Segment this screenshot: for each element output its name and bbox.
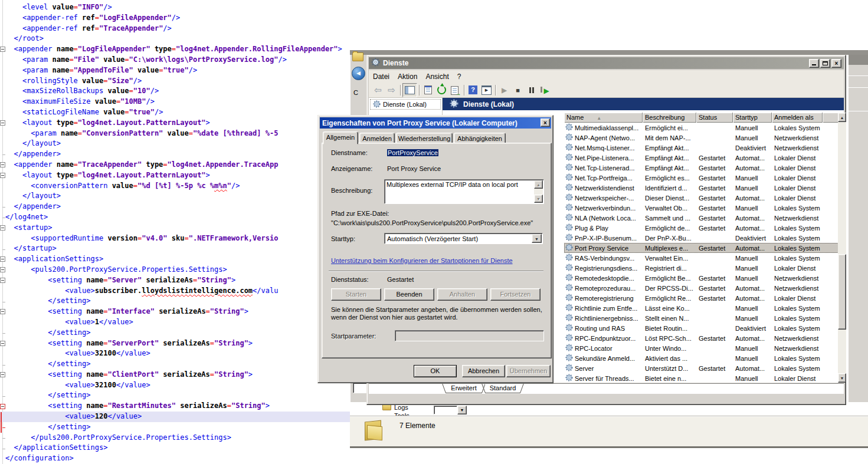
apply-button[interactable]: Übernehmen	[506, 365, 551, 377]
service-row[interactable]: Netzwerkverbindun...Verwaltet Ob...Gesta…	[564, 203, 838, 213]
menu-aktion[interactable]: Aktion	[394, 71, 421, 82]
menu-datei[interactable]: Datei	[369, 71, 394, 82]
textarea-scrollbar[interactable]: ▲ ▼	[534, 180, 543, 203]
service-row[interactable]: Registrierungsdiens...Registriert di...M…	[564, 263, 838, 273]
service-row[interactable]: Remoteprozedurau...Der RPCSS-Di...Gestar…	[564, 283, 838, 293]
start-service-icon[interactable]: ▶	[497, 84, 511, 97]
service-row[interactable]: Port Proxy ServiceMultiplexes e...Gestar…	[564, 243, 838, 253]
fold-marker-icon[interactable]	[0, 267, 5, 272]
service-row[interactable]: Routing und RASBietet Routin...Deaktivie…	[564, 323, 838, 333]
fold-marker-icon[interactable]	[0, 256, 5, 262]
service-row[interactable]: Plug & PlayErmöglicht de...GestartetAuto…	[564, 223, 838, 233]
scroll-down-button[interactable]: ▼	[534, 195, 543, 203]
close-button[interactable]: ×	[541, 119, 550, 127]
startoptionen-help-link[interactable]: Unterstützung beim Konfigurieren der Sta…	[331, 257, 513, 264]
tab-standard[interactable]: Standard	[485, 384, 520, 393]
ok-button[interactable]: OK	[414, 365, 457, 377]
starten-button[interactable]: Starten	[331, 288, 381, 301]
service-row[interactable]: Remotedesktopdie...Ermöglicht Be...Gesta…	[564, 273, 838, 283]
service-row[interactable]: Richtlinienergebniss...Stellt einen N...…	[564, 313, 838, 323]
tab-allgemein[interactable]: Allgemein	[323, 131, 358, 144]
gear-icon	[565, 324, 573, 333]
stop-service-icon[interactable]: ■	[511, 84, 525, 97]
menu-ansicht[interactable]: Ansicht	[421, 71, 453, 82]
close-button[interactable]: ×	[831, 59, 841, 68]
gear-icon	[565, 314, 573, 323]
combo-dropdown-button[interactable]: ▼	[532, 234, 542, 243]
service-row[interactable]: PnP-X-IP-Busenum...Der PnP-X-Bu...Deakti…	[564, 233, 838, 243]
column-header-status[interactable]: Status	[696, 113, 733, 123]
service-row[interactable]: Net.Pipe-Listenera...Empfängt Akt...Gest…	[564, 153, 838, 163]
export-list-icon[interactable]: →	[448, 84, 462, 97]
column-header-name[interactable]: Name▲	[564, 113, 643, 123]
column-header-anmelden-als[interactable]: Anmelden als	[772, 113, 823, 123]
fold-marker-icon[interactable]	[0, 225, 5, 231]
starttyp-combobox[interactable]: Automatisch (Verzögerter Start) ▼	[384, 233, 543, 244]
explorer-combo[interactable]	[434, 406, 457, 414]
fold-marker-icon[interactable]	[0, 173, 5, 178]
dienststatus-label: Dienststatus:	[331, 276, 369, 283]
toolbar-separator	[464, 85, 464, 96]
refresh-icon[interactable]	[435, 84, 448, 97]
service-row[interactable]: NAP-Agent (Netwo...Mit dem NAP-...Manuel…	[564, 133, 838, 143]
properties-icon[interactable]	[421, 84, 435, 97]
fold-marker-icon[interactable]	[0, 309, 5, 314]
scrollbar-thumb[interactable]	[838, 254, 846, 330]
gear-icon	[371, 58, 380, 69]
fold-marker-icon[interactable]	[0, 278, 5, 283]
service-row[interactable]: Sekundäre Anmeld...Aktiviert das ...Manu…	[564, 353, 838, 363]
minimize-button[interactable]	[809, 59, 819, 68]
list-scrollbar[interactable]: ▲ ▼	[838, 113, 846, 383]
beschreibung-textarea[interactable]: Multiplexes external TCP/IP data on loca…	[384, 179, 544, 204]
service-row[interactable]: Netzwerkspeicher-...Dieser Dienst...Gest…	[564, 193, 838, 203]
service-row[interactable]: RemoteregistrierungErmöglicht Re...Gesta…	[564, 293, 838, 303]
scroll-up-button[interactable]: ▲	[534, 180, 543, 189]
menu-hilfe[interactable]: ?	[453, 71, 466, 82]
scroll-down-button[interactable]: ▼	[838, 373, 846, 383]
console-tree-icon[interactable]	[402, 83, 417, 97]
back-icon[interactable]: ⇦	[371, 84, 385, 97]
explorer-titlebar-sliver	[350, 50, 868, 55]
service-row[interactable]: NetzwerklistendienstIdentifiziert d...Ge…	[564, 183, 838, 193]
service-row[interactable]: RPC-Endpunktzuor...Löst RPC-Sch...Gestar…	[564, 333, 838, 343]
service-row[interactable]: Net.Tcp-Portfreiga...Ermöglicht es...Ges…	[564, 173, 838, 183]
services-titlebar[interactable]: Dienste ×	[369, 57, 844, 69]
view-tabs-strip: Erweitert Standard	[369, 383, 844, 394]
service-row[interactable]: Net.Msmq-Listener...Empfängt Akt...Deakt…	[564, 143, 838, 153]
fold-marker-icon[interactable]	[0, 404, 5, 409]
gear-icon	[565, 374, 573, 383]
cancel-button[interactable]: Abbrechen	[462, 365, 505, 377]
fold-marker-icon[interactable]	[0, 162, 5, 167]
anhalten-button[interactable]: Anhalten	[437, 288, 487, 301]
column-header-beschreibung[interactable]: Beschreibung	[643, 113, 696, 123]
service-row[interactable]: RPC-LocatorUnter Windo...ManuellNetzwerk…	[564, 343, 838, 353]
fold-marker-icon[interactable]	[0, 47, 5, 52]
maximize-button[interactable]	[820, 59, 830, 68]
fortsetzen-button[interactable]: Fortsetzen	[490, 288, 541, 301]
service-row[interactable]: RAS-Verbindungsv...Verwaltet Ein...Manue…	[564, 253, 838, 263]
service-row[interactable]: Net.Tcp-Listenerad...Empfängt Akt...Gest…	[564, 163, 838, 173]
partial-path-text: C	[353, 89, 358, 96]
fold-marker-icon[interactable]	[0, 120, 5, 126]
help-icon[interactable]: ?	[466, 84, 480, 97]
back-button[interactable]: ◀	[352, 67, 365, 80]
service-row[interactable]: ServerUnterstützt D...GestartetAutomat..…	[564, 363, 838, 373]
startparameter-input[interactable]	[395, 330, 544, 341]
service-row[interactable]: Server für Threads...Bietet eine n...Man…	[564, 373, 838, 383]
extended-view-icon[interactable]: ▶	[480, 84, 493, 97]
beenden-button[interactable]: Beenden	[384, 288, 434, 301]
dialog-titlebar[interactable]: Eigenschaften von Port Proxy Service (Lo…	[320, 117, 551, 129]
fold-marker-icon[interactable]	[0, 372, 5, 377]
tab-erweitert[interactable]: Erweitert	[446, 384, 482, 393]
tree-item-dienste-lokal[interactable]: Dienste (Lokal)	[370, 99, 441, 110]
pause-service-icon[interactable]	[525, 84, 538, 97]
fold-marker-icon[interactable]	[0, 341, 5, 346]
restart-service-icon[interactable]: ▶	[538, 84, 552, 97]
service-row[interactable]: Multimediaklassenpl...Ermöglicht ei...Ma…	[564, 123, 838, 133]
service-row[interactable]: NLA (Network Loca...Sammelt und ...Gesta…	[564, 213, 838, 223]
column-header-starttyp[interactable]: Starttyp	[733, 113, 772, 123]
combo-dropdown-button[interactable]: ▼	[457, 406, 467, 414]
forward-icon[interactable]: ⇨	[385, 84, 398, 97]
scroll-up-button[interactable]: ▲	[838, 113, 846, 122]
service-row[interactable]: Richtlinie zum Entfe...Lässt eine Ko...M…	[564, 303, 838, 313]
